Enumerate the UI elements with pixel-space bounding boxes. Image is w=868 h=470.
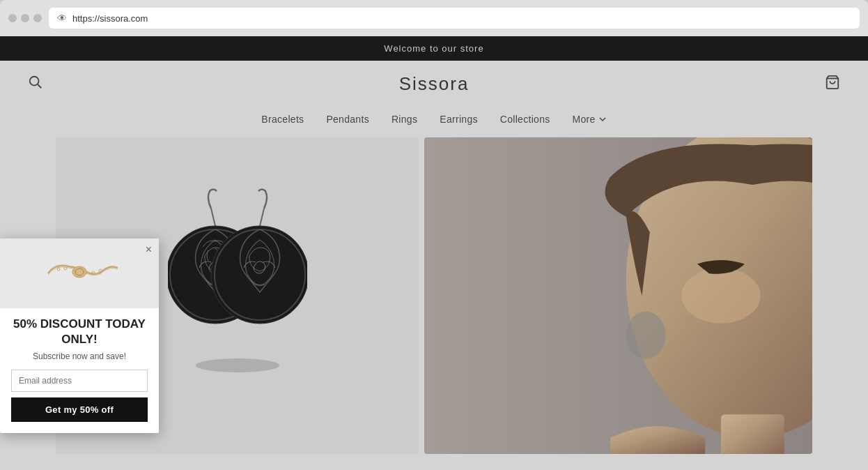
woman-product-image [424, 137, 812, 454]
chevron-down-icon [598, 115, 607, 123]
nav-item-earrings[interactable]: Earrings [440, 114, 478, 125]
svg-point-15 [72, 266, 86, 278]
earring-product-image [168, 184, 307, 407]
svg-rect-12 [721, 414, 784, 454]
dot-yellow[interactable] [21, 14, 29, 22]
bracelet-image [34, 252, 125, 294]
browser-dots [8, 14, 42, 22]
email-input[interactable] [11, 370, 148, 392]
popup-image-area: × [0, 238, 159, 308]
popup-close-button[interactable]: × [146, 244, 152, 255]
svg-point-17 [57, 268, 60, 271]
popup-overlay: × [0, 36, 160, 470]
website: Welcome to our store Sissora Bracelets P… [0, 36, 868, 470]
nav-item-pendants[interactable]: Pendants [326, 114, 369, 125]
product-panel-right [424, 137, 812, 454]
browser-chrome: 👁 https://sissora.com [0, 0, 868, 36]
svg-point-18 [64, 267, 67, 270]
site-logo[interactable]: Sissora [399, 73, 470, 95]
svg-line-4 [260, 209, 264, 226]
popup-subtitle: Subscribe now and save! [11, 351, 148, 361]
svg-point-13 [681, 268, 761, 323]
eye-icon: 👁 [57, 13, 67, 24]
nav-item-more[interactable]: More [573, 114, 607, 125]
cart-button[interactable] [825, 75, 840, 93]
svg-point-14 [626, 312, 666, 359]
popup-title: 50% DISCOUNT TODAY ONLY! [11, 317, 148, 347]
nav-item-rings[interactable]: Rings [392, 114, 417, 125]
dot-green[interactable] [33, 14, 42, 22]
discount-popup: × [0, 238, 159, 433]
announcement-text: Welcome to our store [384, 43, 483, 54]
address-bar[interactable]: 👁 https://sissora.com [49, 8, 860, 29]
url-text: https://sissora.com [72, 13, 148, 24]
discount-submit-button[interactable]: Get my 50% off [11, 397, 148, 422]
nav-item-collections[interactable]: Collections [500, 114, 550, 125]
cart-icon [825, 75, 840, 90]
main-content: × [0, 137, 868, 454]
popup-body: 50% DISCOUNT TODAY ONLY! Subscribe now a… [0, 308, 159, 433]
svg-line-3 [211, 209, 215, 226]
dot-red[interactable] [8, 14, 17, 22]
svg-point-9 [196, 358, 279, 372]
nav-item-bracelets[interactable]: Bracelets [261, 114, 304, 125]
